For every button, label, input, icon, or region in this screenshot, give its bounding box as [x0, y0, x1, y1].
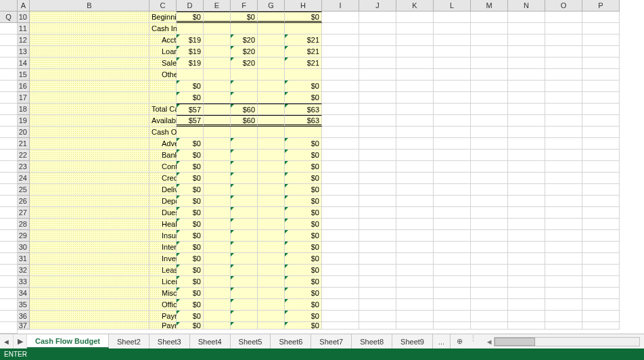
cell-H11[interactable] [322, 23, 359, 35]
cell-M15[interactable] [508, 69, 545, 81]
cell-L20[interactable] [471, 127, 508, 138]
cell-O15[interactable] [582, 69, 620, 81]
cell-A16[interactable] [30, 81, 150, 92]
cell-I33[interactable] [359, 276, 396, 288]
cell-G37[interactable]: $0 [285, 322, 322, 330]
cell-A32[interactable] [30, 265, 150, 276]
cell-A23[interactable] [30, 161, 150, 173]
cell-D20[interactable] [204, 127, 231, 138]
cell-P33[interactable] [0, 288, 18, 299]
cell-I17[interactable] [359, 92, 396, 104]
cell-H10[interactable] [322, 12, 359, 23]
cell-F31[interactable] [258, 253, 285, 265]
cell-C14[interactable]: $19 [177, 58, 204, 69]
cell-N36[interactable] [545, 311, 582, 322]
cell-G23[interactable]: $0 [285, 161, 322, 173]
cell-C34[interactable]: $0 [177, 288, 204, 299]
row-header-35[interactable]: 35 [18, 299, 30, 311]
cell-L26[interactable] [471, 196, 508, 207]
cell-O31[interactable] [582, 253, 620, 265]
cell-I16[interactable] [359, 81, 396, 92]
cell-M35[interactable] [508, 299, 545, 311]
cell-L23[interactable] [471, 161, 508, 173]
cell-P10[interactable] [0, 23, 18, 35]
cell-J31[interactable] [396, 253, 434, 265]
cell-P30[interactable] [0, 253, 18, 265]
cell-P13[interactable] [0, 58, 18, 69]
cell-E30[interactable] [231, 242, 258, 253]
cell-M36[interactable] [508, 311, 545, 322]
cell-N14[interactable] [545, 58, 582, 69]
sheet-tab-sheet7[interactable]: Sheet7 [311, 334, 352, 348]
cell-E29[interactable] [231, 230, 258, 242]
tab-nav-next[interactable]: ▶ [14, 334, 27, 348]
cell-N19[interactable] [545, 115, 582, 127]
cell-K17[interactable] [434, 92, 471, 104]
cell-A24[interactable] [30, 173, 150, 184]
cell-O16[interactable] [582, 81, 620, 92]
cell-M27[interactable] [508, 207, 545, 219]
cell-J25[interactable] [396, 184, 434, 196]
cell-I31[interactable] [359, 253, 396, 265]
cell-C35[interactable]: $0 [177, 299, 204, 311]
cell-M30[interactable] [508, 242, 545, 253]
cell-E28[interactable] [231, 219, 258, 230]
column-header-N[interactable]: N [508, 0, 545, 12]
cell-H28[interactable] [322, 219, 359, 230]
cell-H22[interactable] [322, 150, 359, 161]
cell-B36[interactable]: Payroll [150, 311, 177, 322]
cell-D14[interactable] [204, 58, 231, 69]
row-header-30[interactable]: 30 [18, 242, 30, 253]
cell-A10[interactable] [30, 12, 150, 23]
cell-N17[interactable] [545, 92, 582, 104]
cell-K25[interactable] [434, 184, 471, 196]
cell-N22[interactable] [545, 150, 582, 161]
cell-A12[interactable] [30, 35, 150, 46]
cell-N34[interactable] [545, 288, 582, 299]
cell-N28[interactable] [545, 219, 582, 230]
column-header-P[interactable]: P [582, 0, 620, 12]
cell-F18[interactable] [258, 104, 285, 115]
cell-D28[interactable] [204, 219, 231, 230]
cell-P14[interactable] [0, 69, 18, 81]
cell-H23[interactable] [322, 161, 359, 173]
cell-H15[interactable] [322, 69, 359, 81]
cell-G29[interactable]: $0 [285, 230, 322, 242]
cell-D35[interactable] [204, 299, 231, 311]
cell-A21[interactable] [30, 138, 150, 150]
cell-O28[interactable] [582, 219, 620, 230]
row-header-15[interactable]: 15 [18, 69, 30, 81]
cell-O18[interactable] [582, 104, 620, 115]
cell-J28[interactable] [396, 219, 434, 230]
cell-B25[interactable]: Delivery Charges [150, 184, 177, 196]
cell-F21[interactable] [258, 138, 285, 150]
cell-C20[interactable] [177, 127, 204, 138]
column-header-F[interactable]: F [231, 0, 258, 12]
cell-I23[interactable] [359, 161, 396, 173]
cell-F20[interactable] [258, 127, 285, 138]
cell-M18[interactable] [508, 104, 545, 115]
cell-P21[interactable] [0, 150, 18, 161]
cell-N13[interactable] [545, 46, 582, 58]
cell-F15[interactable] [258, 69, 285, 81]
cell-K34[interactable] [434, 288, 471, 299]
cell-L25[interactable] [471, 184, 508, 196]
cell-H34[interactable] [322, 288, 359, 299]
cell-G15[interactable] [285, 69, 322, 81]
cell-G35[interactable]: $0 [285, 299, 322, 311]
cell-C13[interactable]: $19 [177, 46, 204, 58]
cell-J32[interactable] [396, 265, 434, 276]
cell-P19[interactable] [0, 127, 18, 138]
column-header-J[interactable]: J [359, 0, 396, 12]
cell-G27[interactable]: $0 [285, 207, 322, 219]
cell-D32[interactable] [204, 265, 231, 276]
cell-I21[interactable] [359, 138, 396, 150]
cell-N24[interactable] [545, 173, 582, 184]
cell-P32[interactable] [0, 276, 18, 288]
cell-O13[interactable] [582, 46, 620, 58]
cell-O20[interactable] [582, 127, 620, 138]
cell-J24[interactable] [396, 173, 434, 184]
cell-A22[interactable] [30, 150, 150, 161]
cell-B23[interactable]: Contingencies [150, 161, 177, 173]
cell-G36[interactable]: $0 [285, 311, 322, 322]
